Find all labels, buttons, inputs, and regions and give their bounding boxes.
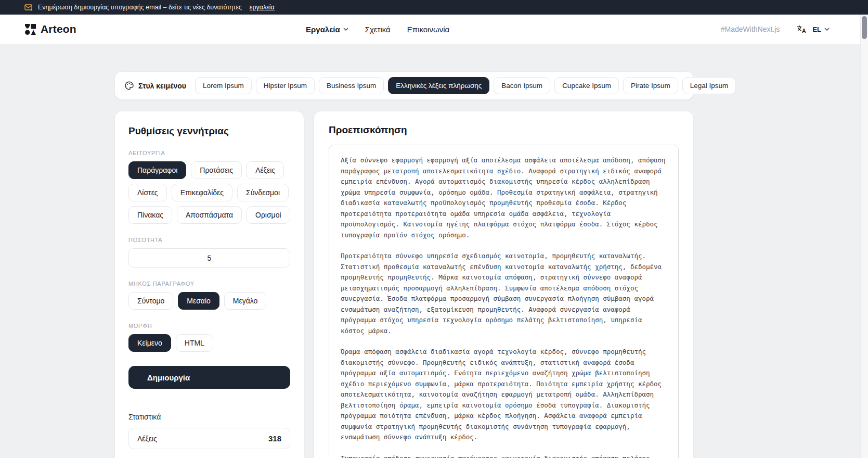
banner-tools-link[interactable]: εργαλεία xyxy=(250,4,275,11)
paragraph-length-options: Σύντομο Μεσαίο Μεγάλο xyxy=(128,292,295,310)
quantity-input[interactable] xyxy=(128,248,290,268)
stat-row-words: Λέξεις 318 xyxy=(128,428,290,449)
made-with-badge: #MadeWithNext.js xyxy=(721,25,780,33)
tab-cupcake-ipsum[interactable]: Cupcake Ipsum xyxy=(554,77,619,94)
page-scrollbar[interactable] xyxy=(860,15,868,458)
mode-options: Παράγραφοι Προτάσεις Λέξεις Λίστες Επικε… xyxy=(128,161,295,224)
nav-item-contact[interactable]: Επικοινωνία xyxy=(407,25,449,34)
tab-greek-filler-words[interactable]: Ελληνικές λέξεις πλήρωσης xyxy=(388,77,489,94)
tab-hipster-ipsum[interactable]: Hipster Ipsum xyxy=(256,77,315,94)
mode-links-button[interactable]: Σύνδεσμοι xyxy=(237,184,289,201)
preview-paragraph: Αξία σύννεφο εφαρμογή εφαρμογή αξία αποτ… xyxy=(341,155,667,240)
brand-name: Arteon xyxy=(41,23,76,35)
tab-bacon-ipsum[interactable]: Bacon Ipsum xyxy=(494,77,550,94)
preview-paragraph: Τυπογραφία απόδοση συνεργασία παράγραφος… xyxy=(341,453,667,458)
preview-panel: Προεπισκόπηση Αξία σύννεφο εφαρμογή εφαρ… xyxy=(314,111,694,458)
text-style-bar: Στυλ κειμένου Lorem Ipsum Hipster Ipsum … xyxy=(114,71,694,100)
nav-item-about[interactable]: Σχετικά xyxy=(365,25,391,34)
language-selector[interactable]: EL xyxy=(812,26,830,33)
mode-quotes-button[interactable]: Αποσπάσματα xyxy=(177,206,242,224)
announcement-banner: Ενημέρωση δημιουργίας υπογραφής email – … xyxy=(0,0,868,15)
scrollbar-thumb[interactable] xyxy=(862,16,867,39)
tab-legal-ipsum[interactable]: Legal Ipsum xyxy=(682,77,736,94)
format-html-button[interactable]: HTML xyxy=(176,334,213,352)
tab-business-ipsum[interactable]: Business Ipsum xyxy=(319,77,384,94)
stat-label: Λέξεις xyxy=(137,435,157,443)
stats-title: Στατιστικά xyxy=(128,413,290,421)
preview-title: Προεπισκόπηση xyxy=(329,124,679,136)
header: Arteon Εργαλεία Σχετικά Επικοινωνία #Mad… xyxy=(0,15,868,44)
style-bar-label: Στυλ κειμένου xyxy=(125,81,186,90)
generator-settings-panel: Ρυθμίσεις γεννήτριας ΛΕΙΤΟΥΡΓΙΑ Παράγραφ… xyxy=(114,111,304,458)
chevron-down-icon xyxy=(824,28,830,31)
banner-text: Ενημέρωση δημιουργίας υπογραφής email – … xyxy=(38,4,242,11)
mode-paragraphs-button[interactable]: Παράγραφοι xyxy=(128,161,186,179)
generate-button[interactable]: Δημιουργία xyxy=(128,366,290,389)
format-label: ΜΟΡΦΗ xyxy=(128,323,290,329)
page-content: Στυλ κειμένου Lorem Ipsum Hipster Ipsum … xyxy=(114,71,694,458)
main-nav: Εργαλεία Σχετικά Επικοινωνία xyxy=(306,25,449,34)
preview-paragraph: Προτεραιότητα σύννεφο υπηρεσία σχεδιασμό… xyxy=(341,251,667,336)
mode-lists-button[interactable]: Λίστες xyxy=(128,184,167,201)
length-medium-button[interactable]: Μεσαίο xyxy=(178,292,219,310)
length-long-button[interactable]: Μεγάλο xyxy=(224,292,267,310)
tab-pirate-ipsum[interactable]: Pirate Ipsum xyxy=(623,77,678,94)
preview-output[interactable]: Αξία σύννεφο εφαρμογή εφαρμογή αξία αποτ… xyxy=(329,145,679,458)
palette-icon xyxy=(125,81,134,90)
mode-sentences-button[interactable]: Προτάσεις xyxy=(191,161,242,179)
email-icon xyxy=(24,4,33,11)
tab-lorem-ipsum[interactable]: Lorem Ipsum xyxy=(195,77,252,94)
svg-text:A: A xyxy=(802,28,806,34)
mode-headings-button[interactable]: Επικεφαλίδες xyxy=(172,184,232,201)
format-text-button[interactable]: Κείμενο xyxy=(128,334,171,352)
chevron-down-icon xyxy=(343,28,348,31)
paragraph-length-label: ΜΗΚΟΣ ΠΑΡΑΓΡΑΦΟΥ xyxy=(128,281,290,287)
format-options: Κείμενο HTML xyxy=(128,334,295,352)
quantity-label: ΠΟΣΟΤΗΤΑ xyxy=(128,237,290,243)
mode-label: ΛΕΙΤΟΥΡΓΙΑ xyxy=(128,150,290,156)
nav-item-tools[interactable]: Εργαλεία xyxy=(306,25,348,34)
settings-divider xyxy=(128,402,290,402)
preview-paragraph: Όραμα απόφαση ασφάλεια διαδικασία αγορά … xyxy=(341,347,667,443)
brand-logo[interactable]: Arteon xyxy=(25,23,76,35)
settings-title: Ρυθμίσεις γεννήτριας xyxy=(128,125,290,137)
translate-icon: A xyxy=(797,25,807,33)
mode-words-button[interactable]: Λέξεις xyxy=(247,161,284,179)
header-right: #MadeWithNext.js A EL xyxy=(721,25,830,33)
stat-value: 318 xyxy=(268,434,281,443)
length-short-button[interactable]: Σύντομο xyxy=(128,292,173,310)
mode-definitions-button[interactable]: Ορισμοί xyxy=(247,206,290,224)
arteon-logo-icon xyxy=(25,24,36,35)
mode-table-button[interactable]: Πίνακας xyxy=(128,206,172,224)
